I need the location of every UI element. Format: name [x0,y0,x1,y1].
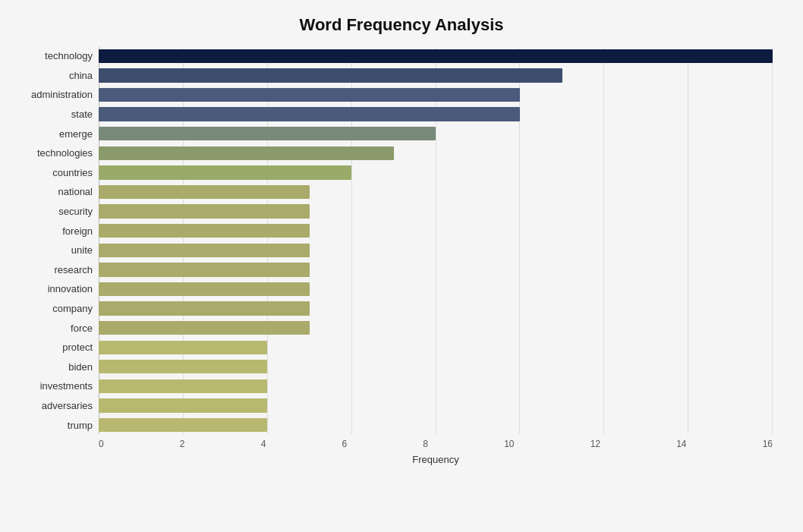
bar-track [99,86,773,104]
bar-row: state [99,105,773,124]
bar-track [99,222,773,240]
bar-track [99,164,773,182]
x-axis-label: 16 [763,439,773,449]
bar-track [99,47,773,65]
bar-row: technologies [99,144,773,162]
bar-label: investments [15,380,99,392]
bar-row: research [99,261,773,279]
bar-label: unite [15,244,99,256]
bar-label: administration [15,89,99,100]
bar [99,321,310,335]
bar-row: administration [99,86,773,104]
bar-row: foreign [99,222,773,240]
bar-label: national [15,186,99,197]
bar-track [99,319,773,337]
x-axis-label: 2 [180,439,185,449]
bar-row: technology [99,47,773,65]
bar [99,360,267,373]
bar-track [99,280,773,298]
bar-track [99,105,773,124]
bar [99,88,520,102]
x-axis-label: 4 [261,439,266,449]
bar [99,165,351,179]
bar-label: biden [15,361,99,373]
bar-row: adversaries [99,397,773,415]
bar-track [99,144,773,162]
bar [99,301,310,315]
bar [99,68,562,82]
bar-row: emerge [99,124,773,143]
bar-label: technologies [15,147,99,159]
bar-label: foreign [15,225,99,237]
bar-row: national [99,183,773,201]
bar-track [99,261,773,279]
bar-label: state [15,109,99,120]
bar-label: research [15,264,99,275]
bar-label: emerge [15,128,99,140]
bar [99,244,310,257]
chart-container: Word Frequency Analysis technologychinaa… [0,0,803,532]
bar [99,379,267,393]
bar-label: countries [15,167,99,178]
bar-label: force [15,323,99,334]
bar [99,185,310,199]
bar-label: china [15,70,99,81]
x-axis-label: 8 [423,439,428,449]
chart-title: Word Frequency Analysis [30,15,773,35]
bar [99,263,310,276]
chart-area: technologychinaadministrationstateemerge… [99,47,773,465]
bar-row: countries [99,164,773,182]
bar-track [99,338,773,357]
bar-row: unite [99,241,773,260]
chart-inner: technologychinaadministrationstateemerge… [99,47,773,434]
bar [99,282,310,296]
bar-label: protect [15,342,99,353]
bar-label: technology [15,50,99,61]
bar-track [99,397,773,415]
bar-row: china [99,67,773,85]
bar [99,418,267,432]
bar-row: protect [99,338,773,357]
bar [99,49,773,63]
bar-row: investments [99,377,773,395]
bar-row: innovation [99,280,773,298]
bar-track [99,124,773,143]
bar-track [99,203,773,221]
x-axis-label: 14 [676,439,686,449]
bar-label: security [15,206,99,217]
bar-track [99,183,773,201]
bar-track [99,416,773,434]
x-axis-label: 12 [590,439,600,449]
bar [99,224,310,238]
bar-row: biden [99,358,773,376]
bar-label: innovation [15,283,99,294]
bar-row: company [99,300,773,318]
bar [99,341,267,354]
x-axis-label: 10 [504,439,514,449]
bar [99,107,520,121]
bar [99,204,310,218]
bar-label: trump [15,420,99,431]
bar-track [99,241,773,260]
bar-track [99,377,773,395]
bar-row: trump [99,416,773,434]
bar-row: force [99,319,773,337]
x-axis-label: 0 [99,439,104,449]
bar-track [99,67,773,85]
bar-track [99,300,773,318]
bar-track [99,358,773,376]
bar [99,398,267,412]
x-axis-label: 6 [342,439,347,449]
bar [99,146,394,160]
bar [99,127,436,140]
bar-label: company [15,303,99,314]
bar-row: security [99,203,773,221]
x-axis-labels: 0246810121416 [99,439,773,449]
bar-label: adversaries [15,400,99,411]
x-axis-title: Frequency [99,454,773,465]
